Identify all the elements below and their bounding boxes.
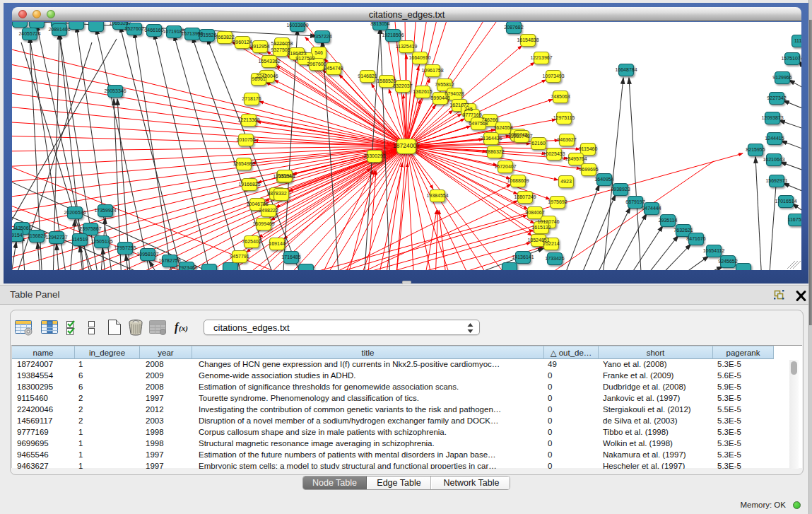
svg-text:2087682: 2087682 xyxy=(504,25,523,30)
svg-text:9146821: 9146821 xyxy=(358,74,377,78)
svg-text:9699695: 9699695 xyxy=(579,167,598,172)
svg-text:10120746: 10120746 xyxy=(537,219,559,224)
svg-text:18807249: 18807249 xyxy=(514,194,536,199)
svg-text:7886322: 7886322 xyxy=(485,149,504,154)
svg-text:24055724: 24055724 xyxy=(18,31,40,36)
svg-text:62160: 62160 xyxy=(531,141,546,146)
svg-text:98961: 98961 xyxy=(252,76,266,81)
svg-text:15751074: 15751074 xyxy=(781,56,801,61)
svg-text:8912954: 8912954 xyxy=(250,44,269,49)
svg-text:15692971: 15692971 xyxy=(765,178,787,183)
svg-text:10653267: 10653267 xyxy=(109,22,131,25)
svg-text:116753: 116753 xyxy=(788,217,801,222)
svg-text:7625402: 7625402 xyxy=(242,239,261,244)
svg-text:1244415: 1244415 xyxy=(765,136,784,141)
svg-text:29053346: 29053346 xyxy=(104,88,126,93)
svg-text:4923: 4923 xyxy=(560,179,572,184)
svg-text:7485063: 7485063 xyxy=(551,94,570,99)
svg-text:8990448: 8990448 xyxy=(430,95,449,100)
svg-text:546: 546 xyxy=(314,50,323,55)
svg-text:19218506: 19218506 xyxy=(382,33,404,37)
svg-text:3624554: 3624554 xyxy=(493,125,512,130)
svg-text:7955812: 7955812 xyxy=(435,82,454,87)
svg-text:16648784: 16648784 xyxy=(615,67,637,72)
svg-text:6497568: 6497568 xyxy=(469,121,488,126)
svg-text:1733426: 1733426 xyxy=(545,256,564,261)
svg-text:7515526: 7515526 xyxy=(197,33,216,37)
svg-text:19166825: 19166825 xyxy=(238,182,260,187)
svg-text:16782759: 16782759 xyxy=(158,258,180,263)
svg-text:16099469: 16099469 xyxy=(252,221,274,226)
svg-text:8215955: 8215955 xyxy=(746,147,765,152)
svg-text:10958107: 10958107 xyxy=(136,252,158,257)
svg-text:12213967: 12213967 xyxy=(530,55,552,60)
svg-text:8813054: 8813054 xyxy=(370,22,389,26)
svg-text:8322037: 8322037 xyxy=(393,83,412,88)
svg-text:10973493: 10973493 xyxy=(542,74,564,78)
svg-text:12923466: 12923466 xyxy=(175,265,197,270)
svg-text:12213369: 12213369 xyxy=(237,117,259,122)
svg-text:1615132: 1615132 xyxy=(531,225,551,230)
svg-text:16033809: 16033809 xyxy=(286,23,308,28)
svg-text:9777169: 9777169 xyxy=(462,112,481,117)
svg-text:8186323: 8186323 xyxy=(287,51,306,56)
svg-text:17957255: 17957255 xyxy=(114,245,136,250)
svg-text:7357224: 7357224 xyxy=(312,34,331,39)
svg-text:21364436: 21364436 xyxy=(480,136,502,141)
svg-text:1112: 1112 xyxy=(794,38,801,43)
svg-text:7632621: 7632621 xyxy=(673,228,693,233)
svg-text:13495764: 13495764 xyxy=(565,156,587,161)
svg-text:1716485: 1716485 xyxy=(281,255,300,259)
svg-text:12505135: 12505135 xyxy=(90,239,112,244)
svg-text:8878332: 8878332 xyxy=(267,191,286,196)
svg-text:15720407: 15720407 xyxy=(494,164,516,169)
svg-text:8454749: 8454749 xyxy=(324,66,343,71)
svg-text:1527602: 1527602 xyxy=(124,26,143,31)
svg-text:7663822: 7663822 xyxy=(215,35,234,40)
svg-text:8960124: 8960124 xyxy=(233,40,252,45)
svg-text:9474444: 9474444 xyxy=(642,206,661,211)
svg-text:12093873: 12093873 xyxy=(761,115,783,120)
svg-text:252214: 252214 xyxy=(543,241,559,246)
svg-text:9245652: 9245652 xyxy=(718,259,737,264)
svg-text:12942737: 12942737 xyxy=(45,235,67,240)
svg-text:10961758: 10961758 xyxy=(421,68,443,73)
svg-text:8471676: 8471676 xyxy=(686,236,705,241)
svg-text:11325419: 11325419 xyxy=(396,44,418,49)
svg-text:17359924: 17359924 xyxy=(94,208,116,213)
svg-text:10688609: 10688609 xyxy=(507,178,529,183)
svg-text:9457791: 9457791 xyxy=(230,254,249,259)
svg-text:8938923: 8938923 xyxy=(611,187,630,192)
svg-text:2935114: 2935114 xyxy=(659,218,678,223)
svg-text:114519: 114519 xyxy=(72,237,88,242)
svg-text:1975692: 1975692 xyxy=(548,199,567,204)
svg-text:9115460: 9115460 xyxy=(579,146,598,151)
svg-text:1156829: 1156829 xyxy=(28,233,47,238)
svg-text:169144: 169144 xyxy=(269,241,285,246)
svg-text:10025433: 10025433 xyxy=(543,151,565,156)
svg-text:18724007: 18724007 xyxy=(393,142,420,149)
svg-text:12975115: 12975115 xyxy=(553,115,575,120)
svg-text:16640910: 16640910 xyxy=(408,55,430,60)
svg-text:1362615: 1362615 xyxy=(413,89,432,94)
svg-text:6879197: 6879197 xyxy=(625,199,645,204)
svg-text:16210643: 16210643 xyxy=(763,157,784,162)
svg-text:3498222: 3498222 xyxy=(259,208,278,213)
svg-text:9129966: 9129966 xyxy=(772,75,792,80)
svg-text:9227342: 9227342 xyxy=(767,95,786,100)
svg-text:9463627: 9463627 xyxy=(557,137,576,142)
svg-text:1640954: 1640954 xyxy=(594,177,613,182)
svg-text:20206536: 20206536 xyxy=(64,210,86,215)
svg-text:6466160: 6466160 xyxy=(144,28,163,33)
svg-text:9127502: 9127502 xyxy=(295,56,314,61)
svg-text:1588520: 1588520 xyxy=(377,78,396,83)
svg-text:10807487: 10807487 xyxy=(510,134,532,139)
svg-text:1010755: 1010755 xyxy=(236,137,255,142)
svg-text:20891406: 20891406 xyxy=(48,27,70,32)
svg-text:53226058: 53226058 xyxy=(271,41,293,46)
svg-text:(x): (x) xyxy=(179,324,188,333)
svg-text:9084067: 9084067 xyxy=(525,210,544,215)
svg-text:2718176: 2718176 xyxy=(242,96,261,101)
svg-text:10046788: 10046788 xyxy=(246,201,268,206)
svg-text:16543362: 16543362 xyxy=(258,59,280,64)
